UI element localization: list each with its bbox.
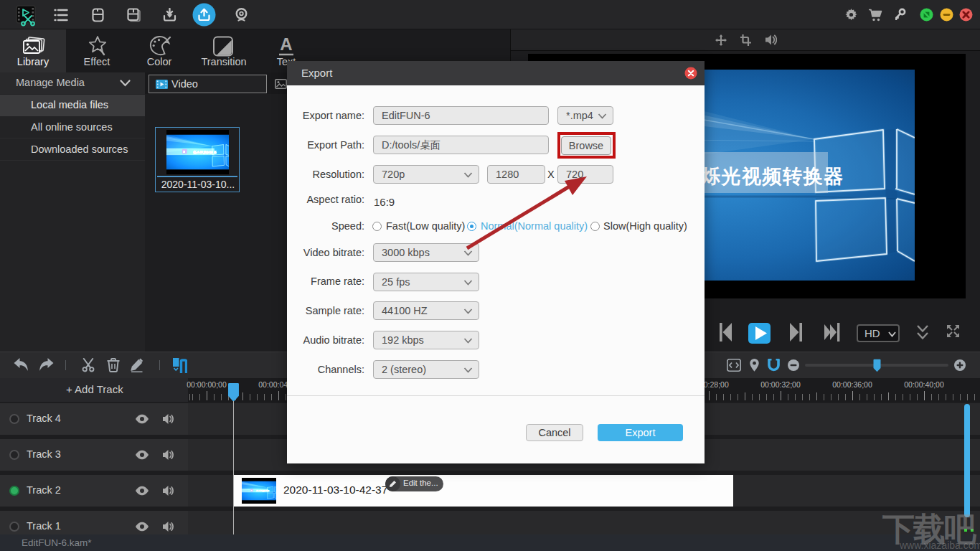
svg-text:A: A [280,36,292,54]
